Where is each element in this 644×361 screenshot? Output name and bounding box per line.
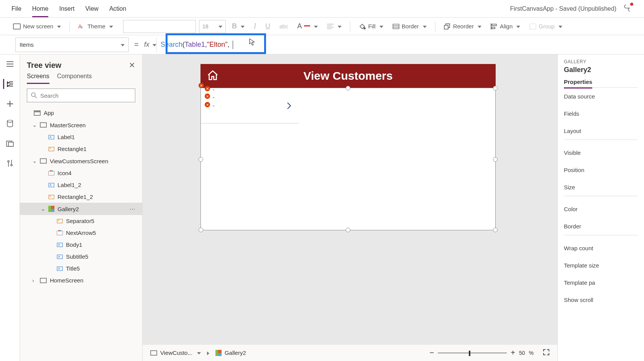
svg-rect-33 xyxy=(49,135,54,139)
tree-item-icon4[interactable]: Icon4 xyxy=(20,167,142,179)
chevron-down-icon xyxy=(196,350,201,356)
bold-button[interactable]: B xyxy=(229,21,248,32)
menu-action[interactable]: Action xyxy=(109,5,126,12)
reorder-button[interactable]: Reorder xyxy=(441,21,485,31)
hamburger-icon[interactable] xyxy=(5,59,15,69)
group-button[interactable]: Group xyxy=(526,21,565,31)
menu-view[interactable]: View xyxy=(85,5,98,12)
next-arrow-icon[interactable] xyxy=(286,101,292,112)
zoom-out-button[interactable]: − xyxy=(430,348,434,357)
resize-handle[interactable] xyxy=(346,86,350,90)
breadcrumb-screen[interactable]: ViewCusto... xyxy=(150,350,201,356)
menu-file[interactable]: File xyxy=(12,5,21,12)
property-row[interactable]: Show scroll xyxy=(564,291,638,308)
resize-handle[interactable] xyxy=(199,157,203,162)
breadcrumb-element[interactable]: Gallery2 xyxy=(215,350,246,356)
tree-item-label1_2[interactable]: Label1_2 xyxy=(20,179,142,191)
error-badge-icon[interactable] xyxy=(205,102,210,107)
tree-item-body1[interactable]: Body1 xyxy=(20,239,142,251)
fit-screen-icon[interactable] xyxy=(543,349,550,357)
error-badge-icon[interactable] xyxy=(199,83,204,88)
chevron-down-icon[interactable]: ⌄ xyxy=(212,94,215,99)
gallery-template-row[interactable] xyxy=(201,88,299,123)
tree-item-app[interactable]: App xyxy=(20,107,142,119)
property-row[interactable]: Wrap count xyxy=(564,240,638,257)
chevron-down-icon[interactable]: ⌄ xyxy=(41,205,45,212)
tools-icon[interactable] xyxy=(5,159,15,169)
chevron-down-icon[interactable]: ⌄ xyxy=(212,102,215,108)
resize-handle[interactable] xyxy=(493,228,498,232)
property-row[interactable]: Visible xyxy=(564,144,638,161)
tree-item-viewcustomersscreen[interactable]: ⌄ViewCustomersScreen xyxy=(20,155,142,167)
tree-item-separator5[interactable]: Separator5 xyxy=(20,215,142,227)
icon-control-icon xyxy=(57,231,63,235)
property-selector[interactable]: Items xyxy=(15,38,129,52)
tab-properties[interactable]: Properties xyxy=(564,79,592,89)
data-icon[interactable] xyxy=(5,119,15,129)
text-align-button[interactable] xyxy=(324,21,345,31)
error-badge-icon[interactable] xyxy=(205,86,210,91)
chevron-right-icon[interactable]: › xyxy=(32,277,37,284)
tree-item-gallery2[interactable]: ⌄Gallery2⋯ xyxy=(20,203,142,215)
tree-item-label1[interactable]: Label1 xyxy=(20,131,142,143)
tab-screens[interactable]: Screens xyxy=(27,73,49,84)
theme-button[interactable]: Aa Theme xyxy=(75,21,116,31)
formula-input[interactable]: Search(Table1, "Elton", xyxy=(156,38,644,52)
chevron-down-icon[interactable]: ⌄ xyxy=(32,158,37,164)
resize-handle[interactable] xyxy=(493,86,498,90)
property-row[interactable]: Position xyxy=(564,161,638,179)
zoom-slider[interactable] xyxy=(438,353,507,353)
font-size-select[interactable]: 18 xyxy=(199,20,226,33)
italic-button[interactable]: I xyxy=(251,21,259,32)
search-field[interactable] xyxy=(40,92,131,99)
property-row[interactable]: Layout xyxy=(564,122,638,139)
insert-icon[interactable] xyxy=(5,99,15,109)
property-row[interactable]: Border xyxy=(564,218,638,235)
tree-item-subtitle5[interactable]: Subtitle5 xyxy=(20,251,142,263)
element-name[interactable]: Gallery2 xyxy=(564,66,638,74)
resize-handle[interactable] xyxy=(493,157,498,162)
search-input[interactable] xyxy=(27,89,135,102)
border-button[interactable]: Border xyxy=(389,21,430,31)
tree-view-icon[interactable] xyxy=(3,79,13,89)
tab-components[interactable]: Components xyxy=(57,73,92,84)
property-row[interactable]: Fields xyxy=(564,105,638,122)
fill-button[interactable]: Fill xyxy=(356,21,386,31)
property-row[interactable]: Template size xyxy=(564,257,638,274)
more-icon[interactable]: ⋯ xyxy=(130,205,135,212)
font-family-select[interactable] xyxy=(123,20,196,33)
close-icon[interactable]: ✕ xyxy=(129,61,135,70)
error-badge-icon[interactable] xyxy=(205,94,210,99)
screen-icon xyxy=(150,350,157,356)
tree-item-rectangle1_2[interactable]: Rectangle1_2 xyxy=(20,191,142,203)
property-row[interactable]: Template pa xyxy=(564,274,638,291)
canvas-area[interactable]: View Customers ⌄ ⌄ ⌄ xyxy=(143,54,557,361)
chevron-down-icon[interactable]: ⌄ xyxy=(212,86,215,92)
property-row[interactable]: Data source xyxy=(564,88,638,105)
chevron-down-icon[interactable] xyxy=(151,42,156,48)
resize-handle[interactable] xyxy=(346,228,350,232)
property-row[interactable]: Size xyxy=(564,179,638,196)
resize-handle[interactable] xyxy=(199,228,203,232)
svg-rect-0 xyxy=(13,24,20,29)
chevron-down-icon[interactable]: ⌄ xyxy=(32,121,37,128)
align-button[interactable]: Align xyxy=(488,21,523,31)
media-icon[interactable] xyxy=(5,139,15,149)
gallery-selection[interactable]: ⌄ ⌄ ⌄ xyxy=(200,88,496,230)
menu-insert[interactable]: Insert xyxy=(59,5,74,12)
home-icon[interactable] xyxy=(207,69,219,83)
tree-item-nextarrow5[interactable]: NextArrow5 xyxy=(20,227,142,239)
health-check-icon[interactable] xyxy=(623,3,632,14)
underline-button[interactable]: U xyxy=(262,21,273,32)
tree-item-rectangle1[interactable]: Rectangle1 xyxy=(20,143,142,155)
property-row[interactable]: Color xyxy=(564,200,638,218)
font-color-button[interactable]: A xyxy=(294,21,321,32)
menu-home[interactable]: Home xyxy=(32,0,49,17)
tree-item-homescreen[interactable]: ›HomeScreen xyxy=(20,274,142,286)
strikethrough-button[interactable]: abc xyxy=(276,22,291,31)
tree-item-masterscreen[interactable]: ⌄MasterScreen xyxy=(20,119,142,131)
tree-item-title5[interactable]: Title5 xyxy=(20,263,142,274)
fx-icon[interactable]: fx xyxy=(144,41,150,49)
zoom-in-button[interactable]: + xyxy=(511,348,515,357)
new-screen-button[interactable]: New screen xyxy=(10,21,64,31)
